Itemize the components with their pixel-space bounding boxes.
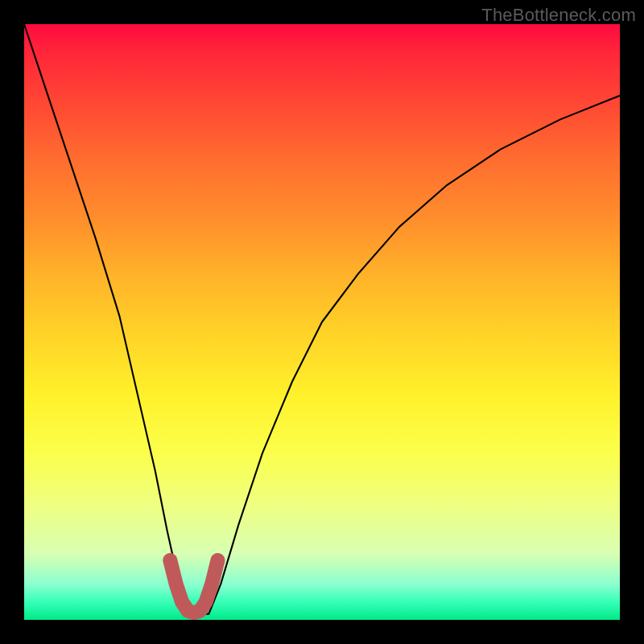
watermark-text: TheBottleneck.com [481, 5, 636, 26]
plot-area [24, 24, 620, 620]
bottleneck-curve [24, 24, 620, 614]
curve-layer [24, 24, 620, 620]
u-region-highlight [170, 560, 217, 613]
chart-frame: TheBottleneck.com [0, 0, 644, 644]
